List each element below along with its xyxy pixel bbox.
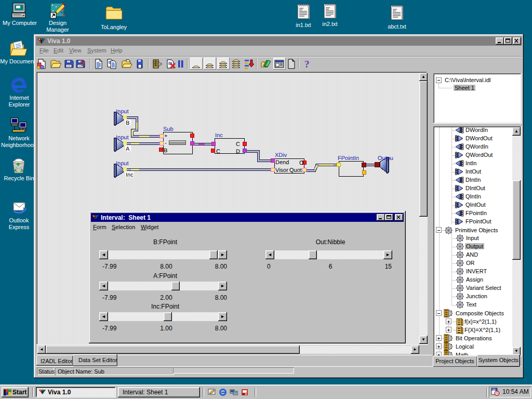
svg-text:C: C [216, 149, 220, 155]
svg-text:Inc: Inc [126, 172, 134, 178]
svg-text:-: - [165, 140, 167, 147]
svg-text:XDiv: XDiv [275, 152, 287, 158]
svg-text:Input: Input [116, 135, 128, 141]
svg-text:FPointIn: FPointIn [338, 155, 359, 162]
svg-text:Dend: Dend [275, 159, 289, 166]
svg-text:Sub: Sub [163, 126, 174, 132]
svg-text:?: ? [80, 59, 85, 68]
svg-text:Outpu: Outpu [378, 155, 393, 162]
svg-text:D: D [236, 149, 240, 155]
svg-text:Quot: Quot [289, 167, 302, 174]
svg-text:O: O [299, 160, 304, 166]
svg-text:B: B [126, 120, 129, 126]
svg-text:?: ? [304, 59, 310, 69]
svg-text:A: A [126, 146, 130, 152]
svg-text:+: + [164, 133, 167, 139]
svg-text:B: B [164, 148, 167, 154]
svg-text:Inc: Inc [215, 132, 223, 139]
svg-text:Input: Input [116, 161, 128, 167]
svg-text:C: C [236, 141, 240, 148]
svg-text:38: 38 [492, 388, 496, 391]
svg-text:Input: Input [116, 109, 128, 115]
svg-text:Visor: Visor [275, 167, 288, 174]
